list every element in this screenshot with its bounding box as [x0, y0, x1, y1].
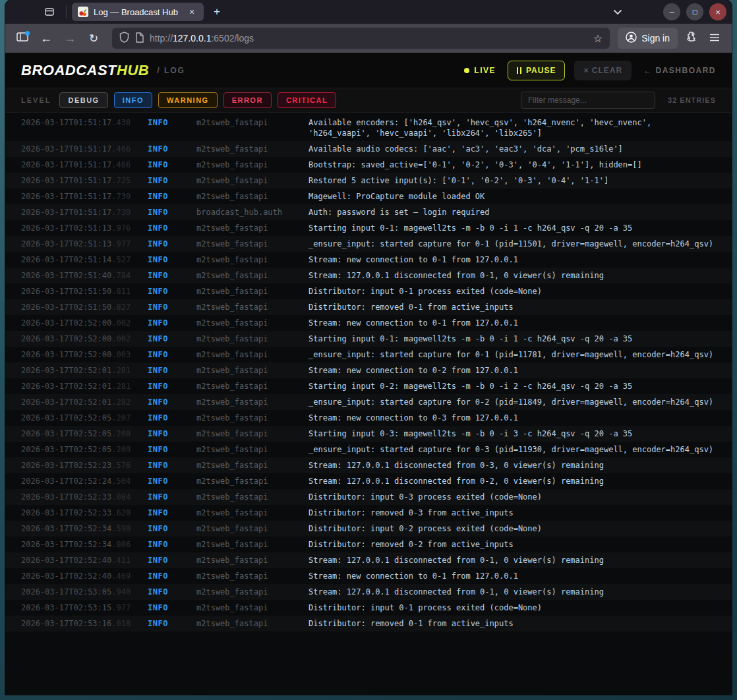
- log-timestamp-ms: .018: [111, 619, 131, 628]
- log-level: INFO: [148, 239, 196, 249]
- log-row: 2026-03-17T02:52:33.084INFOm2tsweb_fasta…: [5, 489, 732, 505]
- menu-button[interactable]: [704, 28, 725, 49]
- log-message: Starting input 0-1: magewell2ts -m -b 0 …: [309, 223, 716, 233]
- log-level: INFO: [148, 397, 196, 407]
- log-message: Starting input 0-3: magewell2ts -m -b 0 …: [309, 428, 716, 439]
- level-filter-warning[interactable]: WARNING: [158, 92, 218, 108]
- level-filter-debug[interactable]: DEBUG: [59, 92, 107, 108]
- log-logger: m2tsweb_fastapi: [196, 191, 309, 202]
- log-timestamp-ms: .281: [111, 366, 131, 375]
- log-timestamp: 2026-03-17T01:51:17.466: [21, 160, 148, 170]
- log-level: INFO: [148, 460, 196, 471]
- log-level: INFO: [148, 381, 196, 392]
- signin-button[interactable]: Sign in: [618, 28, 678, 49]
- reload-button[interactable]: ↻: [83, 28, 104, 49]
- log-timestamp: 2026-03-17T02:52:05.207: [21, 413, 148, 423]
- log-timestamp: 2026-03-17T02:52:33.084: [21, 492, 148, 502]
- log-timestamp: 2026-03-17T02:52:00.002: [21, 334, 148, 344]
- log-row: 2026-03-17T01:51:17.466INFOm2tsweb_fasta…: [5, 157, 732, 173]
- page-info-icon[interactable]: [135, 32, 144, 45]
- live-label: LIVE: [474, 66, 496, 75]
- clear-button[interactable]: × CLEAR: [574, 61, 632, 80]
- filter-message-input[interactable]: [521, 92, 655, 109]
- log-message: Stream: new connection to 0-2 from 127.0…: [309, 365, 716, 376]
- log-row: 2026-03-17T02:53:16.018INFOm2tsweb_fasta…: [5, 616, 732, 631]
- pause-button[interactable]: PAUSE: [508, 61, 565, 80]
- log-message: Stream: new connection to 0-1 from 127.0…: [309, 254, 716, 265]
- tab-close-icon[interactable]: ×: [186, 6, 198, 18]
- log-message: Distributor: input 0-1 process exited (c…: [309, 602, 716, 613]
- extensions-button[interactable]: [680, 28, 701, 49]
- pause-icon: [517, 67, 521, 74]
- log-logger: m2tsweb_fastapi: [196, 397, 309, 407]
- log-timestamp: 2026-03-17T01:51:17.466: [21, 144, 148, 154]
- window-close-button[interactable]: ×: [709, 3, 726, 20]
- tab-favicon-icon: [78, 7, 88, 17]
- bookmark-star-icon[interactable]: ☆: [593, 32, 603, 45]
- log-level: INFO: [148, 160, 196, 170]
- url-bar[interactable]: http://127.0.0.1:6502/logs ☆: [112, 28, 610, 49]
- log-timestamp-ms: .208: [111, 429, 131, 438]
- log-message: Available encoders: ['h264_qsv', 'hevc_q…: [309, 117, 716, 138]
- log-level: INFO: [148, 286, 196, 297]
- back-button[interactable]: ←: [36, 28, 57, 49]
- log-timestamp-ms: .527: [111, 255, 131, 264]
- level-filter-error[interactable]: ERROR: [223, 92, 272, 108]
- log-timestamp-ms: .084: [111, 492, 131, 502]
- log-logger: m2tsweb_fastapi: [196, 160, 309, 170]
- tab-overview-button[interactable]: [40, 3, 59, 20]
- log-level: INFO: [148, 523, 196, 534]
- log-timestamp-ms: .827: [111, 303, 131, 312]
- log-timestamp: 2026-03-17T02:51:13.977: [21, 239, 148, 249]
- log-row: 2026-03-17T02:52:34.806INFOm2tsweb_fasta…: [5, 537, 732, 552]
- log-timestamp-ms: .282: [111, 397, 131, 407]
- log-level: INFO: [148, 618, 196, 629]
- shield-icon[interactable]: [119, 32, 129, 45]
- window-minimize-button[interactable]: –: [663, 3, 680, 20]
- log-level: INFO: [148, 539, 196, 550]
- log-message: Starting input 0-2: magewell2ts -m -b 0 …: [309, 381, 716, 392]
- log-timestamp-ms: .590: [111, 524, 131, 533]
- log-message: Bootstrap: saved_active=['0-1', '0-2', '…: [309, 160, 716, 170]
- level-filter-critical[interactable]: CRITICAL: [278, 92, 336, 108]
- archive-box-icon: [44, 7, 55, 17]
- breadcrumb: / LOG: [157, 66, 185, 75]
- puzzle-piece-icon: [686, 31, 697, 45]
- log-timestamp: 2026-03-17T02:52:05.209: [21, 444, 148, 455]
- url-protocol: http://: [150, 33, 173, 44]
- log-message: _ensure_input: started capture for 0-1 (…: [309, 239, 716, 249]
- log-logger: m2tsweb_fastapi: [196, 539, 309, 550]
- log-row: 2026-03-17T02:52:40.411INFOm2tsweb_fasta…: [5, 552, 732, 568]
- log-level: INFO: [148, 508, 196, 518]
- log-timestamp: 2026-03-17T02:51:50.827: [21, 302, 148, 312]
- log-level: INFO: [148, 349, 196, 360]
- log-row: 2026-03-17T02:52:05.207INFOm2tsweb_fasta…: [5, 410, 732, 426]
- browser-tab-active[interactable]: Log — Broadcast Hub ×: [72, 3, 204, 21]
- signin-label: Sign in: [641, 33, 670, 44]
- log-row: 2026-03-17T01:51:17.466INFOm2tsweb_fasta…: [5, 141, 732, 157]
- filter-bar: LEVEL DEBUGINFOWARNINGERRORCRITICAL 32 E…: [5, 88, 732, 113]
- log-timestamp: 2026-03-17T02:52:34.806: [21, 539, 148, 550]
- log-timestamp-ms: .209: [111, 445, 131, 454]
- log-message: Stream: 127.0.0.1 disconnected from 0-1,…: [309, 270, 716, 281]
- log-message: Starting input 0-1: magewell2ts -m -b 0 …: [309, 334, 716, 344]
- log-level: INFO: [148, 602, 196, 613]
- log-level: INFO: [148, 270, 196, 281]
- log-row: 2026-03-17T02:53:05.940INFOm2tsweb_fasta…: [5, 584, 732, 600]
- log-message: Distributor: removed 0-2 from active_inp…: [309, 539, 716, 550]
- window-maximize-button[interactable]: ▢: [686, 3, 703, 20]
- dashboard-link[interactable]: ← DASHBOARD: [643, 66, 716, 75]
- sidebar-toggle-button[interactable]: [12, 28, 33, 49]
- log-logger: m2tsweb_fastapi: [196, 602, 309, 613]
- log-timestamp-ms: .466: [111, 144, 131, 154]
- log-timestamp: 2026-03-17T01:51:17.730: [21, 207, 148, 218]
- new-tab-button[interactable]: +: [208, 3, 226, 20]
- log-row: 2026-03-17T02:52:01.281INFOm2tsweb_fasta…: [5, 378, 732, 394]
- level-filter-info[interactable]: INFO: [114, 92, 152, 108]
- log-logger: m2tsweb_fastapi: [196, 286, 309, 297]
- page-header: BROADCASTHUB / LOG LIVE PAUSE × CLEAR ← …: [5, 53, 732, 88]
- all-tabs-chevron-button[interactable]: [608, 3, 627, 20]
- log-message: _ensure_input: started capture for 0-1 (…: [309, 349, 716, 360]
- log-level: INFO: [148, 302, 196, 312]
- url-text[interactable]: http://127.0.0.1:6502/logs: [150, 33, 587, 44]
